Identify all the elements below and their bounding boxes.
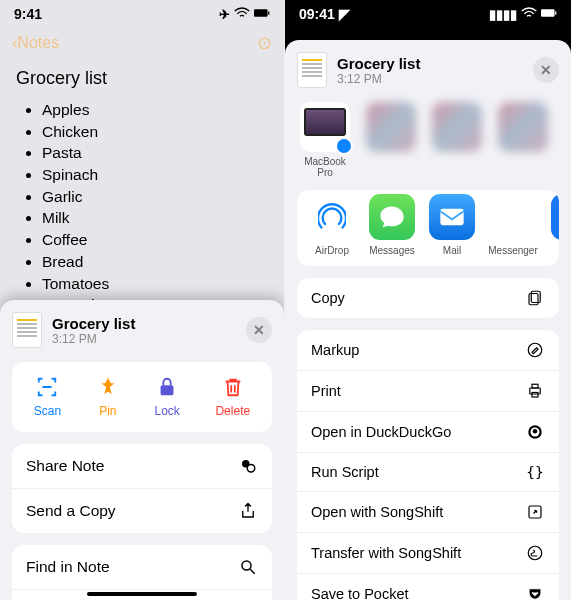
lock-label: Lock: [154, 404, 179, 418]
list-item: Tomatoes: [42, 273, 268, 295]
print-row[interactable]: Print: [297, 371, 559, 412]
search-icon: [238, 558, 258, 576]
home-indicator: [87, 592, 197, 596]
svg-rect-2: [161, 385, 174, 395]
quick-actions: Scan Pin Lock Delete: [12, 362, 272, 432]
copy-row[interactable]: Copy: [297, 278, 559, 318]
list-item: Chicken: [42, 121, 268, 143]
sheet-title: Grocery list: [337, 55, 523, 72]
list-item: Milk: [42, 207, 268, 229]
sheet-subtitle: 3:12 PM: [52, 332, 236, 346]
open-in-icon: [525, 503, 545, 521]
pin-icon: [97, 376, 119, 398]
close-button[interactable]: ✕: [533, 57, 559, 83]
send-copy-row[interactable]: Send a Copy: [12, 489, 272, 533]
target-macbook[interactable]: MacBook Pro: [297, 102, 353, 178]
note-list: Apples Chicken Pasta Spinach Garlic Milk…: [16, 99, 268, 316]
svg-point-19: [533, 429, 538, 434]
pocket-icon: [525, 585, 545, 600]
svg-point-5: [242, 561, 251, 570]
svg-point-4: [247, 465, 255, 473]
share-icon: [238, 502, 258, 520]
close-icon: ✕: [540, 62, 552, 78]
share-apps: AirDrop Messages Mail Messenger Fa: [297, 190, 559, 266]
app-label: Messenger: [488, 245, 537, 256]
app-label: Mail: [443, 245, 461, 256]
app-messenger[interactable]: Messenger: [489, 194, 537, 256]
back-button[interactable]: ‹ Notes: [12, 34, 59, 52]
status-bar: 9:41 ✈︎: [0, 0, 284, 28]
back-label: Notes: [17, 34, 59, 52]
close-icon: ✕: [253, 322, 265, 338]
app-label: AirDrop: [315, 245, 349, 256]
svg-rect-1: [268, 11, 269, 15]
duckduckgo-row[interactable]: Open in DuckDuckGo: [297, 412, 559, 453]
delete-button[interactable]: Delete: [215, 376, 250, 418]
pin-label: Pin: [99, 404, 116, 418]
svg-point-21: [528, 546, 542, 560]
markup-row[interactable]: Markup: [297, 330, 559, 371]
svg-rect-16: [532, 393, 538, 398]
share-note-row[interactable]: Share Note: [12, 444, 272, 489]
target-contact[interactable]: [429, 102, 485, 152]
right-screenshot: 09:41 ◤ ▮▮▮▮ Grocery list 3:12 PM ✕ MacB…: [285, 0, 571, 600]
row-label: Transfer with SongShift: [311, 545, 461, 561]
songshift-icon: [525, 544, 545, 562]
target-label: MacBook Pro: [297, 156, 353, 178]
svg-rect-14: [530, 388, 541, 394]
note-title: Grocery list: [16, 68, 268, 89]
mail-icon: [438, 203, 466, 231]
row-label: Print: [311, 383, 341, 399]
list-item: Garlic: [42, 186, 268, 208]
airdrop-icon: [318, 203, 346, 231]
copy-icon: [525, 289, 545, 307]
more-icon[interactable]: ⊙: [257, 32, 272, 54]
share-sheet: Grocery list 3:12 PM ✕ MacBook Pro AirDr…: [285, 40, 571, 600]
pocket-row[interactable]: Save to Pocket: [297, 574, 559, 600]
target-contact[interactable]: [495, 102, 551, 152]
trash-icon: [222, 376, 244, 398]
app-facebook[interactable]: Fa: [551, 194, 559, 256]
app-label: Messages: [369, 245, 415, 256]
status-time: 9:41: [14, 6, 42, 22]
row-label: Find in Note: [26, 558, 110, 576]
note-body: Grocery list Apples Chicken Pasta Spinac…: [0, 62, 284, 322]
svg-rect-0: [254, 9, 268, 16]
songshift-open-row[interactable]: Open with SongShift: [297, 492, 559, 533]
svg-rect-8: [555, 11, 556, 15]
sheet-title: Grocery list: [52, 315, 236, 332]
scan-icon: [36, 376, 58, 398]
find-row[interactable]: Find in Note: [12, 545, 272, 590]
status-time: 09:41: [299, 6, 335, 22]
songshift-transfer-row[interactable]: Transfer with SongShift: [297, 533, 559, 574]
list-item: Coffee: [42, 229, 268, 251]
target-contact[interactable]: [363, 102, 419, 152]
row-label: Open with SongShift: [311, 504, 443, 520]
nav-bar: ‹ Notes ⊙: [0, 28, 284, 62]
action-sheet: Grocery list 3:12 PM ✕ Scan Pin Lock: [0, 300, 284, 600]
battery-icon: [541, 7, 557, 22]
pin-button[interactable]: Pin: [97, 376, 119, 418]
messages-icon: [378, 203, 406, 231]
app-airdrop[interactable]: AirDrop: [309, 194, 355, 256]
app-messages[interactable]: Messages: [369, 194, 415, 256]
macbook-icon: [304, 108, 346, 136]
scan-button[interactable]: Scan: [34, 376, 61, 418]
list-item: Apples: [42, 99, 268, 121]
runscript-row[interactable]: Run Script {}: [297, 453, 559, 492]
list-item: Bread: [42, 251, 268, 273]
status-icons: ✈︎: [219, 7, 270, 22]
close-button[interactable]: ✕: [246, 317, 272, 343]
app-mail[interactable]: Mail: [429, 194, 475, 256]
scan-label: Scan: [34, 404, 61, 418]
copy-group: Copy: [297, 278, 559, 318]
row-label: Run Script: [311, 464, 379, 480]
lock-button[interactable]: Lock: [154, 376, 179, 418]
row-label: Open in DuckDuckGo: [311, 424, 451, 440]
sheet-header: Grocery list 3:12 PM ✕: [285, 40, 571, 102]
duckduckgo-icon: [525, 423, 545, 441]
sheet-header: Grocery list 3:12 PM ✕: [0, 300, 284, 362]
delete-label: Delete: [215, 404, 250, 418]
list-item: Spinach: [42, 164, 268, 186]
print-icon: [525, 382, 545, 400]
